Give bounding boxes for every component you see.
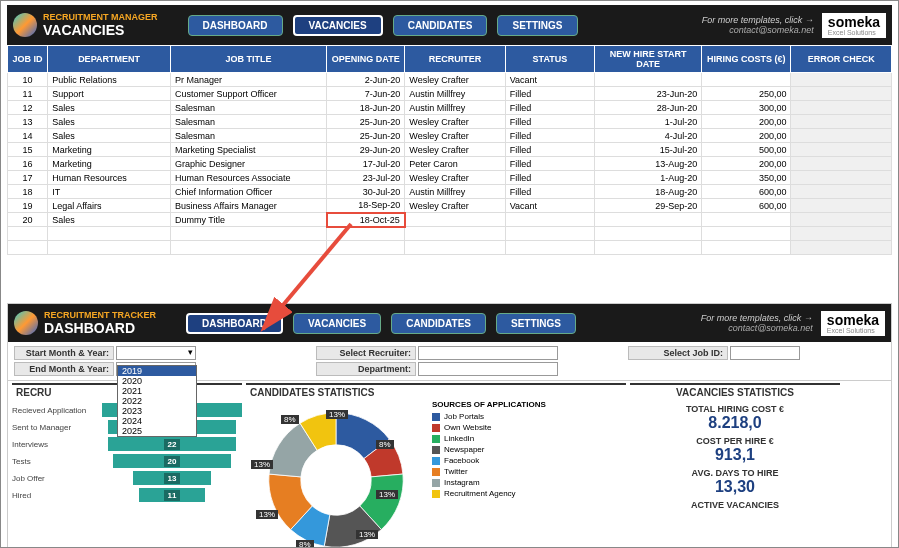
year-dropdown-list: 2019202020212022202320242025 [117,365,197,437]
recruiter-label: Select Recruiter: [316,346,416,360]
donut-label: 13% [251,460,273,469]
donut-label: 8% [376,440,394,449]
col-header[interactable]: JOB TITLE [170,46,326,73]
donut-label: 13% [356,530,378,539]
dropdown-option[interactable]: 2019 [118,366,196,376]
table-row[interactable]: 19Legal AffairsBusiness Affairs Manager1… [8,199,892,213]
donut-label: 13% [376,490,398,499]
dropdown-option[interactable]: 2021 [118,386,196,396]
dept-input[interactable] [418,362,558,376]
col-header[interactable]: OPENING DATE [327,46,405,73]
table-header-row: JOB IDDEPARTMENTJOB TITLEOPENING DATEREC… [8,46,892,73]
table-row[interactable]: 13SalesSalesman25-Jun-20Wesley CrafterFi… [8,115,892,129]
nav-settings[interactable]: SETTINGS [496,313,576,334]
jobid-input[interactable] [730,346,800,360]
nav-dashboard[interactable]: DASHBOARD [186,313,283,334]
col-header[interactable]: NEW HIRE START DATE [595,46,702,73]
start-year-dropdown[interactable]: 2019202020212022202320242025 [116,346,196,360]
funnel-row: Interviews22 [12,437,242,451]
funnel-row: Hired11 [12,488,242,502]
dropdown-option[interactable]: 2022 [118,396,196,406]
vacancies-panel: RECRUITMENT MANAGER VACANCIES DASHBOARDV… [7,5,892,255]
sources-legend: SOURCES OF APPLICATIONS Job PortalsOwn W… [432,400,546,548]
funnel-row: Job Offer13 [12,471,242,485]
templates-link[interactable]: For more templates, click → [702,15,814,25]
col-header[interactable]: DEPARTMENT [48,46,171,73]
legend-item: Job Portals [432,412,546,421]
col-header[interactable]: JOB ID [8,46,48,73]
dashboard-panel: RECRUITMENT TRACKER DASHBOARD DASHBOARDV… [7,303,892,548]
legend-item: Recruitment Agency [432,489,546,498]
candidates-column: CANDIDATES STATISTICS 13%8%13%13%8%13%13… [246,383,626,548]
stat-item: ACTIVE VACANCIES [630,500,840,510]
nav-candidates[interactable]: CANDIDATES [393,15,488,36]
dropdown-option[interactable]: 2024 [118,416,196,426]
table-row[interactable]: 11SupportCustomer Support Officer7-Jun-2… [8,87,892,101]
logo-icon [14,311,38,335]
dropdown-option[interactable]: 2025 [118,426,196,436]
col-header[interactable]: STATUS [505,46,594,73]
table-row[interactable]: 20SalesDummy Title18-Oct-25 [8,213,892,227]
legend-title: SOURCES OF APPLICATIONS [432,400,546,409]
funnel-row: Tests20 [12,454,242,468]
page-title: VACANCIES [43,22,158,38]
vacancies-stats-title: VACANCIES STATISTICS [630,385,840,400]
legend-item: Facebook [432,456,546,465]
nav-settings[interactable]: SETTINGS [497,15,577,36]
table-row[interactable]: 14SalesSalesman25-Jun-20Wesley CrafterFi… [8,129,892,143]
nav-top: DASHBOARDVACANCIESCANDIDATESSETTINGS [188,15,578,36]
legend-item: Instagram [432,478,546,487]
app-subtitle: RECRUITMENT TRACKER [44,310,156,320]
templates-link[interactable]: For more templates, click → [701,313,813,323]
dropdown-option[interactable]: 2023 [118,406,196,416]
legend-item: Own Website [432,423,546,432]
table-row[interactable]: 16MarketingGraphic Designer17-Jul-20Pete… [8,157,892,171]
legend-items: Job PortalsOwn WebsiteLinkedInNewspaperF… [432,412,546,498]
filter-bar: Start Month & Year: 20192020202120222023… [8,342,891,381]
table-row[interactable]: 12SalesSalesman18-Jun-20Austin MillfreyF… [8,101,892,115]
dept-label: Department: [316,362,416,376]
page-title: DASHBOARD [44,320,156,336]
brand-logo: somekaExcel Solutions [821,311,885,336]
brand-logo: somekaExcel Solutions [822,13,886,38]
donut-svg [246,400,426,548]
donut-chart: 13%8%13%13%8%13%13%8% [246,400,426,548]
table-row[interactable]: 18ITChief Information Officer30-Jul-20Au… [8,185,892,199]
col-header[interactable]: RECRUITER [405,46,505,73]
nav-bot: DASHBOARDVACANCIESCANDIDATESSETTINGS [186,313,576,334]
donut-label: 8% [281,415,299,424]
legend-item: Newspaper [432,445,546,454]
candidates-title: CANDIDATES STATISTICS [246,385,626,400]
header-top: RECRUITMENT MANAGER VACANCIES DASHBOARDV… [7,5,892,45]
dropdown-option[interactable]: 2020 [118,376,196,386]
table-row[interactable]: 10Public RelationsPr Manager2-Jun-20Wesl… [8,73,892,87]
vacancies-table[interactable]: JOB IDDEPARTMENTJOB TITLEOPENING DATEREC… [7,45,892,255]
donut-label: 13% [256,510,278,519]
nav-vacancies[interactable]: VACANCIES [293,313,381,334]
donut-label: 8% [296,540,314,548]
vacancies-stats-column: VACANCIES STATISTICS TOTAL HIRING COST €… [630,383,840,548]
col-header[interactable]: HIRING COSTS (€) [702,46,791,73]
end-year-label: End Month & Year: [14,362,114,376]
nav-vacancies[interactable]: VACANCIES [293,15,383,36]
app-subtitle: RECRUITMENT MANAGER [43,12,158,22]
nav-candidates[interactable]: CANDIDATES [391,313,486,334]
table-row[interactable]: 17Human ResourcesHuman Resources Associa… [8,171,892,185]
logo-icon [13,13,37,37]
nav-dashboard[interactable]: DASHBOARD [188,15,283,36]
table-row[interactable]: 15MarketingMarketing Specialist29-Jun-20… [8,143,892,157]
jobid-label: Select Job ID: [628,346,728,360]
stat-item: COST PER HIRE €913,1 [630,436,840,464]
vacancies-stats: TOTAL HIRING COST €8.218,0COST PER HIRE … [630,404,840,510]
stat-item: AVG. DAYS TO HIRE13,30 [630,468,840,496]
donut-label: 13% [326,410,348,419]
contact-email: contact@someka.net [702,25,814,35]
table-body: 10Public RelationsPr Manager2-Jun-20Wesl… [8,73,892,255]
col-header[interactable]: ERROR CHECK [791,46,892,73]
recruiter-input[interactable] [418,346,558,360]
stat-item: TOTAL HIRING COST €8.218,0 [630,404,840,432]
header-bot: RECRUITMENT TRACKER DASHBOARD DASHBOARDV… [8,304,891,342]
start-year-label: Start Month & Year: [14,346,114,360]
legend-item: Twitter [432,467,546,476]
legend-item: LinkedIn [432,434,546,443]
